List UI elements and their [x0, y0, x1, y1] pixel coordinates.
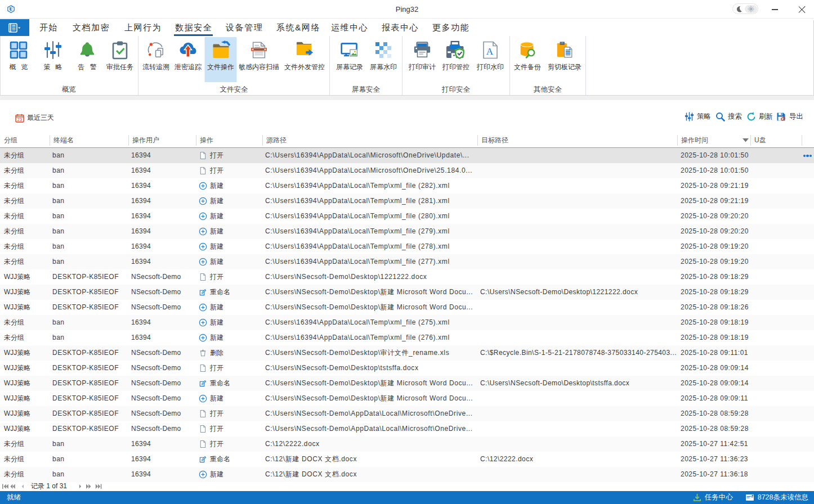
- svg-text:A: A: [486, 46, 494, 57]
- svg-text:23: 23: [17, 117, 22, 122]
